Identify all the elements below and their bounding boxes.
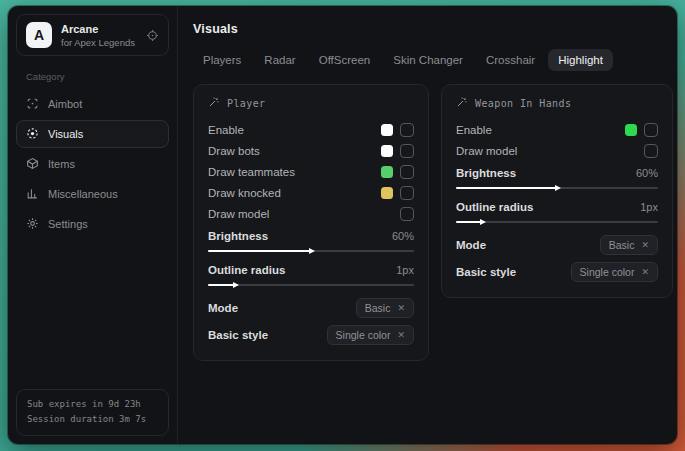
checkbox[interactable] bbox=[400, 207, 414, 221]
slider-row-outline-radius: Outline radius 1px bbox=[456, 198, 658, 223]
toggle-label: Draw model bbox=[456, 145, 517, 157]
color-swatch[interactable] bbox=[625, 124, 637, 136]
tab-offscreen[interactable]: OffScreen bbox=[309, 49, 381, 71]
color-swatch[interactable] bbox=[381, 124, 393, 136]
toggle-row-draw-knocked: Draw knocked bbox=[208, 182, 414, 203]
close-icon[interactable]: ✕ bbox=[397, 330, 405, 340]
basic-style-chip[interactable]: Single color ✕ bbox=[327, 325, 414, 345]
weapon-in-hands-panel: Weapon In Hands Enable Draw model bbox=[441, 84, 673, 298]
sidebar-item-visuals[interactable]: Visuals bbox=[16, 120, 169, 148]
category-label: Category bbox=[26, 71, 169, 82]
sidebar-item-label: Aimbot bbox=[48, 98, 82, 110]
sidebar-item-label: Miscellaneous bbox=[48, 188, 118, 200]
toggle-row-enable: Enable bbox=[208, 119, 414, 140]
outline-radius-slider[interactable] bbox=[456, 221, 658, 223]
close-icon[interactable]: ✕ bbox=[641, 240, 649, 250]
slider-value: 60% bbox=[392, 230, 414, 242]
select-row-mode: Mode Basic ✕ bbox=[208, 295, 414, 320]
outline-radius-slider[interactable] bbox=[208, 284, 414, 286]
color-swatch[interactable] bbox=[381, 166, 393, 178]
sidebar-item-label: Settings bbox=[48, 218, 88, 230]
chip-value: Basic bbox=[365, 302, 391, 314]
checkbox[interactable] bbox=[400, 165, 414, 179]
toggle-row-draw-model: Draw model bbox=[456, 140, 658, 161]
select-label: Basic style bbox=[456, 266, 516, 278]
checkbox[interactable] bbox=[644, 123, 658, 137]
panels-container: Player Enable Draw bots bbox=[193, 84, 673, 361]
checkbox[interactable] bbox=[400, 144, 414, 158]
toggle-row-draw-bots: Draw bots bbox=[208, 140, 414, 161]
select-row-basic-style: Basic style Single color ✕ bbox=[456, 259, 658, 284]
target-icon[interactable] bbox=[146, 29, 159, 42]
mode-chip[interactable]: Basic ✕ bbox=[600, 235, 658, 255]
toggle-label: Draw bots bbox=[208, 145, 260, 157]
slider-label: Outline radius bbox=[456, 201, 533, 213]
brightness-slider[interactable] bbox=[456, 187, 658, 189]
slider-row-outline-radius: Outline radius 1px bbox=[208, 261, 414, 286]
tab-radar[interactable]: Radar bbox=[254, 49, 305, 71]
visuals-icon bbox=[26, 127, 39, 142]
items-icon bbox=[26, 157, 39, 172]
checkbox[interactable] bbox=[644, 144, 658, 158]
tab-bar: Players Radar OffScreen Skin Changer Cro… bbox=[193, 49, 673, 71]
tab-players[interactable]: Players bbox=[193, 49, 251, 71]
app-subtitle: for Apex Legends bbox=[61, 37, 135, 48]
color-swatch[interactable] bbox=[381, 145, 393, 157]
chip-value: Single color bbox=[580, 266, 635, 278]
aimbot-icon bbox=[26, 97, 39, 112]
tab-highlight[interactable]: Highlight bbox=[548, 49, 613, 71]
logo-card: A Arcane for Apex Legends bbox=[16, 14, 169, 56]
player-panel: Player Enable Draw bots bbox=[193, 84, 429, 361]
sidebar-item-items[interactable]: Items bbox=[16, 150, 169, 178]
toggle-label: Draw knocked bbox=[208, 187, 281, 199]
brightness-slider[interactable] bbox=[208, 250, 414, 252]
panel-title: Player bbox=[227, 98, 266, 109]
checkbox[interactable] bbox=[400, 186, 414, 200]
tab-crosshair[interactable]: Crosshair bbox=[476, 49, 545, 71]
toggle-row-draw-teammates: Draw teammates bbox=[208, 161, 414, 182]
slider-label: Brightness bbox=[208, 230, 268, 242]
checkbox[interactable] bbox=[400, 123, 414, 137]
app-title: Arcane bbox=[61, 23, 135, 35]
toggle-label: Enable bbox=[208, 124, 244, 136]
toggle-row-draw-model: Draw model bbox=[208, 203, 414, 224]
sidebar-item-aimbot[interactable]: Aimbot bbox=[16, 90, 169, 118]
session-duration-text: Session duration 3m 7s bbox=[27, 412, 158, 428]
slider-label: Outline radius bbox=[208, 264, 285, 276]
slider-thumb[interactable] bbox=[233, 282, 239, 288]
slider-row-brightness: Brightness 60% bbox=[456, 164, 658, 189]
app-logo: A bbox=[26, 22, 52, 48]
sidebar: A Arcane for Apex Legends Category Aimbo… bbox=[8, 6, 178, 444]
select-row-mode: Mode Basic ✕ bbox=[456, 232, 658, 257]
chip-value: Single color bbox=[336, 329, 391, 341]
gear-icon bbox=[26, 217, 39, 232]
close-icon[interactable]: ✕ bbox=[397, 303, 405, 313]
chip-value: Basic bbox=[609, 239, 635, 251]
slider-row-brightness: Brightness 60% bbox=[208, 227, 414, 252]
toggle-label: Draw teammates bbox=[208, 166, 295, 178]
mode-chip[interactable]: Basic ✕ bbox=[356, 298, 414, 318]
tab-skin-changer[interactable]: Skin Changer bbox=[383, 49, 473, 71]
page-title: Visuals bbox=[193, 22, 673, 36]
slider-thumb[interactable] bbox=[309, 248, 315, 254]
sidebar-item-miscellaneous[interactable]: Miscellaneous bbox=[16, 180, 169, 208]
slider-value: 1px bbox=[640, 201, 658, 213]
slider-thumb[interactable] bbox=[555, 185, 561, 191]
main-content: Visuals Players Radar OffScreen Skin Cha… bbox=[178, 6, 677, 444]
slider-thumb[interactable] bbox=[480, 219, 486, 225]
toggle-row-enable: Enable bbox=[456, 119, 658, 140]
select-row-basic-style: Basic style Single color ✕ bbox=[208, 322, 414, 347]
wand-icon bbox=[456, 96, 468, 110]
select-label: Mode bbox=[208, 302, 238, 314]
select-label: Basic style bbox=[208, 329, 268, 341]
sidebar-item-label: Items bbox=[48, 158, 75, 170]
app-window: A Arcane for Apex Legends Category Aimbo… bbox=[8, 6, 677, 444]
color-swatch[interactable] bbox=[381, 187, 393, 199]
sidebar-item-settings[interactable]: Settings bbox=[16, 210, 169, 238]
basic-style-chip[interactable]: Single color ✕ bbox=[571, 262, 658, 282]
sub-expires-text: Sub expires in 9d 23h bbox=[27, 397, 158, 413]
sidebar-item-label: Visuals bbox=[48, 128, 83, 140]
close-icon[interactable]: ✕ bbox=[641, 267, 649, 277]
toggle-label: Enable bbox=[456, 124, 492, 136]
slider-value: 60% bbox=[636, 167, 658, 179]
